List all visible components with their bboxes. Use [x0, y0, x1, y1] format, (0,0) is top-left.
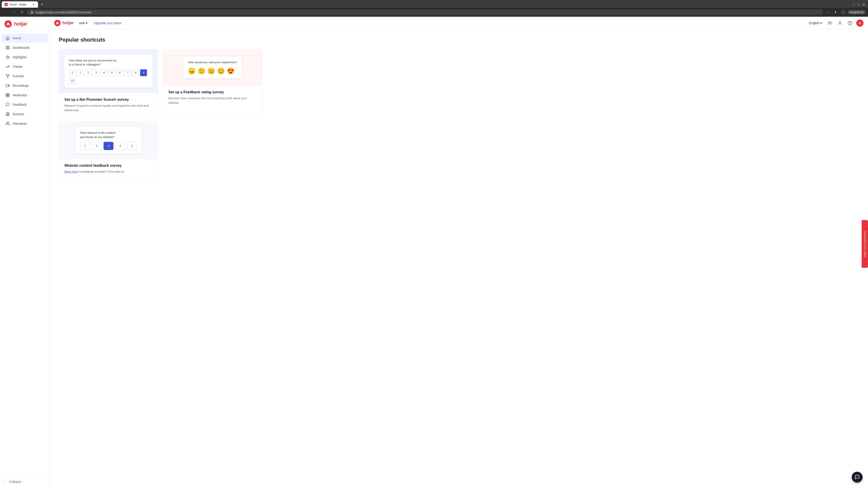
upgrade-link[interactable]: Upgrade your plans [94, 21, 121, 25]
sidebar-item-highlights-label: Highlights [13, 55, 26, 59]
topbar-brand: hotjar [54, 20, 74, 26]
nps-buttons: 0 1 2 3 4 5 6 7 8 9 10 [69, 69, 148, 84]
feedback-rating-card[interactable]: How would you rate your experience? 😠 🙁 … [163, 49, 262, 117]
content-question: How relevant is the contentyou found on … [80, 131, 137, 139]
dashboard-icon [5, 45, 10, 50]
nps-preview: How likely are you to recommend usto a f… [59, 50, 158, 93]
back-button[interactable]: ← [3, 9, 9, 15]
web-selector[interactable]: web ▾ [77, 20, 89, 26]
sidebar-item-interviews-label: Interviews [13, 122, 27, 125]
rate-experience-button[interactable]: Rate your experience [862, 220, 868, 268]
nps-card[interactable]: How likely are you to recommend usto a f… [59, 49, 158, 117]
topbar-logo-icon [54, 20, 61, 26]
reload-button[interactable]: ↻ [19, 9, 25, 15]
nps-btn-8[interactable]: 8 [132, 69, 139, 76]
minimize-button[interactable]: ─ [851, 2, 856, 7]
incognito-badge[interactable]: Incognito (2) [848, 10, 865, 14]
sidebar-item-dashboards[interactable]: Dashboards [2, 43, 48, 52]
sidebar-item-interviews[interactable]: Interviews [2, 119, 48, 128]
content-btn-5[interactable]: 5 [127, 142, 137, 150]
feedback-rating-card-description: Discover how customers feel and what the… [168, 96, 256, 105]
nps-btn-10[interactable]: 10 [69, 77, 76, 84]
collapse-button[interactable]: ← Collapse [4, 478, 46, 485]
nps-btn-4[interactable]: 4 [101, 69, 107, 76]
web-chevron-icon: ▾ [86, 21, 88, 25]
emoji-happy[interactable]: 😊 [217, 67, 225, 75]
svg-point-18 [829, 21, 830, 23]
main-content: Popular shortcuts How likely are you to … [50, 29, 868, 488]
sidebar-logo: hotjar [0, 17, 50, 31]
help-icon[interactable] [846, 20, 854, 27]
nps-btn-7[interactable]: 7 [124, 69, 131, 76]
tab-nav-icons: ─ □ ✕ [851, 2, 866, 8]
new-user-icon[interactable] [827, 20, 834, 27]
web-label: web [79, 21, 85, 25]
language-label: English [809, 21, 819, 25]
emoji-rating-buttons: 😠 🙁 😐 😊 😍 [188, 67, 237, 75]
content-feedback-card[interactable]: How relevant is the contentyou found on … [59, 122, 158, 178]
emoji-angry[interactable]: 😠 [188, 67, 196, 75]
url-bar[interactable]: 🔒 insights.hotjar.com/sites/3825551/over… [27, 9, 823, 15]
brand-name: hotjar [14, 21, 27, 27]
sidebar-item-feedback[interactable]: Feedback [2, 100, 48, 109]
sidebar-footer: ← Collapse [0, 475, 50, 488]
close-window-button[interactable]: ✕ [862, 2, 866, 8]
user-avatar[interactable]: U [856, 20, 864, 27]
content-btn-1[interactable]: 1 [80, 142, 90, 150]
sidebar-item-heatmaps[interactable]: Heatmaps [2, 91, 48, 100]
sidebar-item-funnels[interactable]: Funnels [2, 72, 48, 80]
extensions-icon[interactable]: ⬛ [840, 9, 846, 15]
content-feedback-card-description: Does your messaging resonate? Find ways … [64, 169, 153, 174]
language-selector[interactable]: English ▾ [807, 20, 824, 26]
download-icon[interactable]: ⬇ [833, 9, 839, 15]
address-bar: ← → ↻ 🔒 insights.hotjar.com/sites/382555… [0, 8, 868, 17]
sidebar-item-surveys-label: Surveys [13, 112, 24, 116]
sidebar-item-highlights[interactable]: Highlights [2, 53, 48, 62]
home-icon [5, 36, 10, 40]
nps-widget: How likely are you to recommend usto a f… [64, 55, 153, 88]
emoji-neutral[interactable]: 😐 [207, 67, 215, 75]
content-preview: How relevant is the contentyou found on … [59, 122, 158, 159]
svg-rect-2 [8, 46, 9, 47]
content-rating-buttons: 1 2 3 4 5 [80, 142, 137, 150]
interviews-icon [5, 121, 10, 126]
url-text: insights.hotjar.com/sites/3825551/overvi… [35, 11, 91, 14]
new-tab-button[interactable]: + [39, 1, 45, 8]
nps-btn-3[interactable]: 3 [93, 69, 99, 76]
svg-point-21 [839, 21, 841, 23]
sidebar-item-trends-label: Trends [13, 65, 22, 68]
nps-btn-6[interactable]: 6 [116, 69, 123, 76]
sidebar-item-feedback-label: Feedback [13, 103, 26, 106]
nps-btn-5[interactable]: 5 [108, 69, 115, 76]
chat-button[interactable] [852, 472, 863, 483]
sidebar-item-surveys[interactable]: Surveys [2, 109, 48, 119]
content-btn-3[interactable]: 3 [103, 142, 114, 150]
emoji-sad[interactable]: 🙁 [197, 67, 206, 75]
tab-bar: H Home - Hotjar ✕ + ─ □ ✕ [0, 0, 868, 8]
nps-card-body: Set up a Net Promoter Score® survey Meas… [59, 93, 158, 117]
emoji-love[interactable]: 😍 [227, 67, 235, 75]
content-btn-2[interactable]: 2 [92, 142, 102, 150]
sidebar-item-heatmaps-label: Heatmaps [13, 93, 27, 97]
user-icon[interactable] [836, 20, 844, 27]
nps-btn-0[interactable]: 0 [69, 69, 76, 76]
content-btn-4[interactable]: 4 [115, 142, 125, 150]
forward-button[interactable]: → [11, 9, 17, 15]
sidebar-item-trends[interactable]: Trends [2, 62, 48, 71]
nps-btn-2[interactable]: 2 [85, 69, 92, 76]
does-your-link[interactable]: Does your [64, 170, 78, 173]
maximize-button[interactable]: □ [857, 2, 861, 7]
nps-card-description: Measure long-term customer loyalty and h… [64, 103, 153, 112]
browser-tab-active[interactable]: H Home - Hotjar ✕ [2, 1, 38, 8]
chat-icon [855, 475, 860, 480]
svg-rect-3 [6, 48, 7, 49]
tab-close-button[interactable]: ✕ [32, 3, 35, 6]
bookmark-icon[interactable]: ☆ [825, 9, 831, 15]
nps-btn-1[interactable]: 1 [77, 69, 84, 76]
nps-card-title: Set up a Net Promoter Score® survey [64, 98, 153, 102]
svg-rect-1 [6, 46, 7, 47]
sidebar-item-recordings[interactable]: Recordings [2, 81, 48, 90]
sidebar-item-home[interactable]: Home [2, 34, 48, 43]
sidebar: hotjar Home Dashboards Highlights [0, 17, 50, 488]
nps-btn-9[interactable]: 9 [140, 69, 147, 76]
